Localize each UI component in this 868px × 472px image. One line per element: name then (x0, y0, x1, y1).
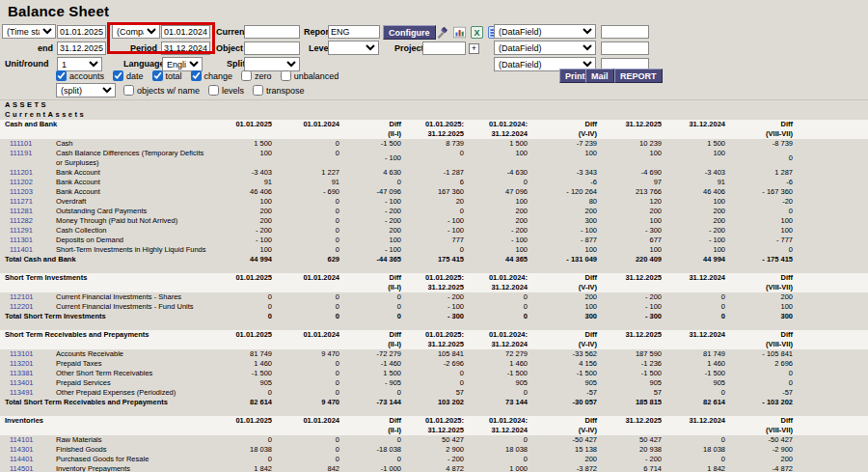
cell-value: 0 (402, 149, 465, 168)
checkbox-input[interactable] (208, 85, 219, 96)
account-link[interactable]: 111301 (10, 236, 33, 244)
datafield-input-1[interactable] (601, 25, 649, 39)
time-start-select[interactable]: (Time start) (2, 24, 56, 39)
checkbox-input[interactable] (253, 85, 263, 96)
checkbox-objects-w-name[interactable]: objects w/ name (123, 85, 200, 96)
account-row: 111301Deposits on Demand- 1000100777- 10… (0, 236, 868, 245)
account-link[interactable]: 113491 (10, 388, 33, 397)
checkbox-input[interactable] (113, 70, 123, 81)
checkbox-input[interactable] (56, 70, 67, 81)
compare-select[interactable]: (Compare) (112, 24, 160, 39)
account-link[interactable]: 114301 (10, 445, 33, 454)
account-cell: 112101 (0, 292, 56, 302)
report-button[interactable]: REPORT (614, 69, 663, 83)
column-header: 31.12.2025 (598, 273, 663, 292)
account-name: Prepaid Services (56, 378, 208, 388)
datafield-input-2[interactable] (601, 42, 649, 55)
account-name: Bank Account (56, 187, 208, 197)
account-link[interactable]: 111191 (10, 149, 32, 157)
account-link[interactable]: 114401 (10, 455, 33, 463)
object-input[interactable] (244, 42, 300, 55)
checkbox-input[interactable] (152, 70, 163, 81)
account-name: Deposits on Demand (56, 236, 208, 245)
account-link[interactable]: 111282 (10, 216, 33, 225)
mail-button[interactable]: Mail (585, 69, 614, 83)
checkbox-transpose[interactable]: transpose (253, 85, 305, 96)
checkbox-label: change (204, 71, 233, 81)
cell-value: - 103 202 (726, 398, 794, 407)
account-link[interactable]: 114101 (10, 435, 33, 444)
cell-value: - 100 (340, 197, 402, 207)
checkbox-date[interactable]: date (113, 70, 144, 81)
account-link[interactable]: 112201 (10, 302, 33, 311)
checkbox-input[interactable] (123, 85, 134, 96)
cell-value: 120 (598, 197, 663, 207)
level-select[interactable] (328, 41, 379, 55)
cell-value: 0 (273, 236, 340, 245)
split-select[interactable] (244, 57, 300, 71)
cell-value: 0 (465, 302, 529, 312)
checkbox-unbalanced[interactable]: unbalanced (281, 70, 339, 81)
cell-value: 0 (726, 207, 794, 216)
account-link[interactable]: 111271 (10, 197, 33, 206)
filler-cell (794, 388, 868, 398)
cell-value: -33 562 (529, 349, 598, 359)
cell-value: - 877 (529, 236, 598, 245)
account-cell: 111291 (0, 226, 56, 236)
cell-value: 91 (208, 178, 273, 187)
cell-value: 300 (529, 216, 598, 226)
account-link[interactable]: 111101 (10, 139, 32, 148)
period-date-input[interactable] (161, 42, 210, 55)
account-row: 111191Cash Balance Differences (Temporar… (0, 149, 868, 168)
datafield-select-1[interactable]: (DataField) (494, 24, 596, 39)
cell-value: - 100 (663, 236, 726, 245)
split-mode-select[interactable]: (split) (56, 83, 116, 97)
checkbox-input[interactable] (281, 70, 291, 81)
account-link[interactable]: 111281 (10, 207, 33, 215)
cell-value: -4 690 (598, 168, 663, 178)
checkbox-change[interactable]: change (191, 70, 233, 81)
account-link[interactable]: 114501 (10, 464, 33, 472)
report-code-input[interactable] (328, 25, 380, 39)
checkbox-input[interactable] (191, 70, 202, 81)
datafield-select-2[interactable]: (DataField) (494, 41, 596, 55)
account-link[interactable]: 113381 (10, 369, 33, 377)
section-title: Cash and Bank (0, 120, 208, 139)
checkbox-zero[interactable]: zero (241, 70, 272, 81)
project-input[interactable] (422, 42, 466, 55)
project-add-icon[interactable]: + (469, 43, 479, 54)
cell-value: 0 (663, 302, 726, 312)
account-link[interactable]: 113201 (10, 359, 33, 368)
end-date-input[interactable] (57, 42, 106, 55)
account-link[interactable]: 112101 (10, 292, 33, 301)
excel-icon[interactable]: X (471, 26, 483, 39)
account-link[interactable]: 111401 (10, 245, 33, 254)
currency-input[interactable] (244, 25, 300, 39)
account-link[interactable]: 113101 (10, 349, 33, 358)
date-start-input[interactable] (57, 25, 106, 39)
checkbox-total[interactable]: total (152, 70, 182, 81)
account-link[interactable]: 111202 (10, 178, 33, 186)
column-header: Diff(II-I) (340, 273, 402, 292)
column-header: Diff(II-I) (340, 330, 402, 349)
configure-button[interactable]: Configure (383, 25, 436, 40)
cell-value: - 300 (402, 312, 465, 321)
compare-date-input[interactable] (161, 25, 210, 39)
column-header: Diff(VIII-VII) (726, 416, 794, 435)
unit-round-select[interactable]: 1 (57, 57, 102, 71)
checkbox-levels[interactable]: levels (208, 85, 244, 96)
account-link[interactable]: 111203 (10, 187, 33, 196)
account-link[interactable]: 111291 (10, 226, 33, 235)
account-row: 111201Bank Account-3 4031 2274 630-1 287… (0, 168, 868, 178)
cell-value: -1 500 (598, 369, 663, 378)
language-select[interactable]: English (162, 57, 203, 71)
account-link[interactable]: 111201 (10, 168, 33, 177)
cell-value: 1 460 (208, 359, 273, 369)
checkbox-accounts[interactable]: accounts (56, 70, 104, 81)
hammer-icon[interactable] (436, 26, 448, 39)
cell-value: 44 365 (465, 255, 529, 264)
checkbox-input[interactable] (241, 70, 252, 81)
account-cell: 112201 (0, 302, 56, 312)
account-link[interactable]: 113401 (10, 378, 33, 387)
chart-icon[interactable] (453, 26, 466, 39)
